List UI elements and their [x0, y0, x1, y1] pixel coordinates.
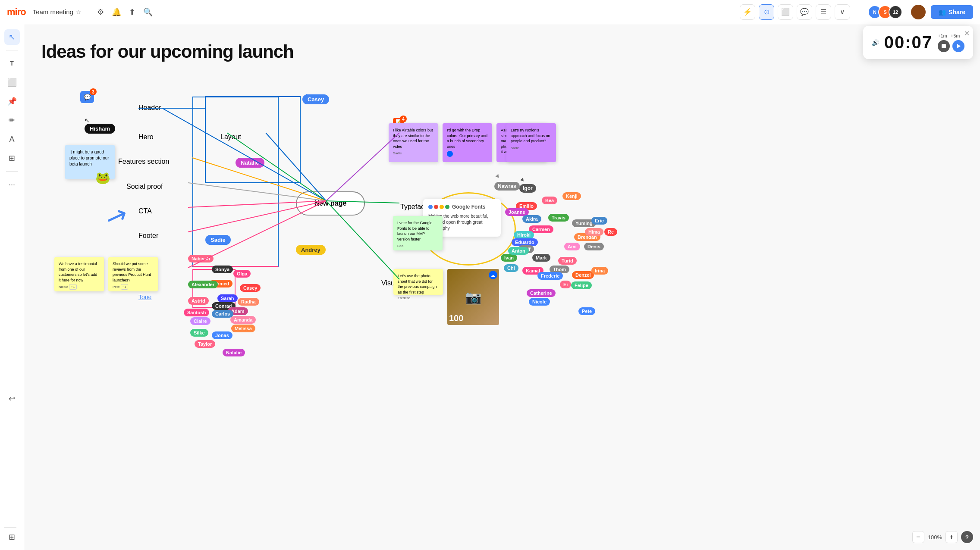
sticky-notion[interactable]: Let's try Notion's approach and focus on…: [506, 123, 556, 162]
avatar-count: 12: [889, 5, 902, 19]
layout-label: Layout: [220, 133, 241, 141]
share-icon: 👥: [939, 9, 946, 16]
menu-tool[interactable]: ☰: [816, 4, 831, 20]
cursor-hisham: ↖ Hisham: [85, 117, 115, 134]
svg-line-2: [266, 133, 326, 201]
astrid-label: Astrid: [188, 297, 209, 305]
comment-icon[interactable]: 💬 3: [80, 91, 94, 103]
timer-close-button[interactable]: ✕: [964, 29, 970, 38]
social-proof-label: Social proof: [126, 183, 163, 191]
left-toolbar: ↖ T ⬜ 📌 ✏ A ⊞ ··· ↩ ⊞: [0, 24, 24, 550]
frog-emoji: 🐸: [95, 171, 110, 185]
sticky-airtable[interactable]: I like Airtable colors but they are simi…: [389, 123, 438, 162]
undo-tool[interactable]: ↩: [4, 391, 20, 406]
photo-thumbnail: 📷 ☁ 100: [447, 269, 499, 325]
more-tools[interactable]: ···: [4, 177, 20, 192]
panels-tool[interactable]: ⊞: [4, 529, 20, 545]
share-button[interactable]: 👥 Share: [931, 5, 973, 19]
google-fonts-logo: Google Fonts: [428, 204, 496, 210]
sticky-gf-vote[interactable]: I vote for the Google Fonts to be able t…: [393, 216, 443, 250]
marker-tool[interactable]: A: [4, 131, 20, 147]
denis-label: Denis: [584, 243, 604, 250]
features-label: Features section: [118, 158, 169, 166]
zoom-controls: − 100% + ?: [912, 531, 973, 543]
canvas[interactable]: Ideas for our upcoming launch 💬 3 📝4 New…: [24, 24, 980, 550]
frame-tool[interactable]: ⊞: [4, 150, 20, 166]
more-tool[interactable]: ∨: [835, 4, 850, 20]
canvas-content: Ideas for our upcoming launch 💬 3 📝4 New…: [24, 24, 980, 550]
timer-stop-button[interactable]: [938, 40, 950, 52]
jonas-label: Jonas: [212, 331, 232, 339]
cursor-sadie: ▲ Sadie: [205, 228, 231, 245]
photo-area[interactable]: Let's use the photo shoot that we did fo…: [393, 269, 497, 297]
pen-tool[interactable]: ✏: [4, 112, 20, 128]
shape-tool[interactable]: ⬜: [4, 75, 20, 90]
timer-tool[interactable]: ⊙: [759, 4, 774, 20]
comment-tool[interactable]: 💬: [797, 4, 812, 20]
carlos-label: Carlos: [212, 310, 233, 318]
silke-label: Silke: [190, 329, 208, 337]
timer-shortcut2[interactable]: +5m: [951, 33, 960, 38]
eric-label: Eric: [591, 217, 607, 225]
sticky-testimonial[interactable]: We have a testimonial from one of our cu…: [54, 257, 104, 291]
nabiyah-label: Nabiyah: [188, 255, 214, 262]
cursor-nawras: ▲ Nawras: [494, 175, 520, 191]
amanda-label: Amanda: [230, 316, 256, 324]
settings-icon[interactable]: ⚙: [97, 7, 104, 17]
irina-label: Irina: [591, 267, 608, 275]
santosh-label: Santosh: [184, 309, 209, 316]
comment-badge: 3: [90, 88, 97, 95]
footer-label: Footer: [138, 232, 158, 240]
pete-label: Pete: [578, 307, 595, 315]
chi-label: Chi: [504, 264, 518, 272]
sarah-label: Sarah: [217, 294, 238, 302]
notifications-icon[interactable]: 🔔: [112, 7, 121, 17]
hima-label: Hima: [585, 228, 603, 236]
re-label: Re: [604, 228, 617, 236]
timer-shortcut1[interactable]: +1m: [938, 33, 947, 38]
claire-label: Claire: [190, 317, 210, 325]
help-button[interactable]: ?: [961, 531, 973, 543]
sticky-dropbox[interactable]: I'd go with the Drop colors. Our primary…: [443, 123, 492, 162]
nicole-label: Nicole: [529, 298, 550, 306]
board-name: Team meeting ☆: [33, 8, 82, 16]
timer-play-button[interactable]: [952, 40, 964, 52]
sticky-tool[interactable]: 📌: [4, 94, 20, 109]
star-icon[interactable]: ☆: [76, 9, 82, 16]
olga-label: Olga: [233, 270, 251, 278]
felipe-label: Felipe: [571, 281, 592, 289]
tone-link[interactable]: Tone: [138, 294, 151, 300]
catherine-label: Catherine: [527, 289, 556, 297]
arrow-decoration: ↗: [102, 198, 132, 234]
collaborator-avatars: N S 12: [868, 5, 902, 19]
denzel-label: Denzel: [572, 271, 594, 279]
select-tool[interactable]: ↖: [4, 29, 20, 45]
sticky-reviews[interactable]: Should we put some reviews from the prev…: [108, 257, 158, 291]
bea-label: Bea: [542, 197, 557, 204]
user-avatar[interactable]: [911, 5, 926, 19]
mindmap-lines: [24, 24, 980, 550]
taylor-label: Taylor: [195, 340, 215, 348]
mark-label: Mark: [532, 254, 550, 262]
miro-logo: miro: [7, 6, 26, 18]
akira-label: Akira: [522, 215, 541, 223]
google-fonts-text: Google Fonts: [452, 204, 485, 210]
upload-icon[interactable]: ⬆: [129, 7, 135, 17]
zoom-out-button[interactable]: −: [912, 531, 924, 543]
board-name-text: Team meeting: [33, 8, 73, 16]
cursor-tool[interactable]: ⚡: [740, 4, 755, 20]
zoom-in-button[interactable]: +: [945, 531, 958, 543]
ami-label: Ami: [564, 243, 580, 250]
center-node[interactable]: New page: [296, 191, 365, 216]
alexander-label: Alexander: [188, 281, 218, 288]
zoom-level: 100%: [928, 534, 942, 541]
kenji-label: Kenji: [562, 192, 581, 200]
text-tool[interactable]: T: [4, 56, 20, 71]
search-icon[interactable]: 🔍: [143, 7, 153, 17]
sticky-photo[interactable]: Let's use the photo shoot that we did fo…: [393, 269, 443, 295]
screen-tool[interactable]: ⬜: [778, 4, 793, 20]
cta-label: CTA: [138, 207, 152, 215]
header-label: Header: [138, 104, 161, 112]
timer-shortcuts: +1m +5m: [938, 33, 964, 38]
ivan-label: Ivan: [501, 254, 517, 262]
